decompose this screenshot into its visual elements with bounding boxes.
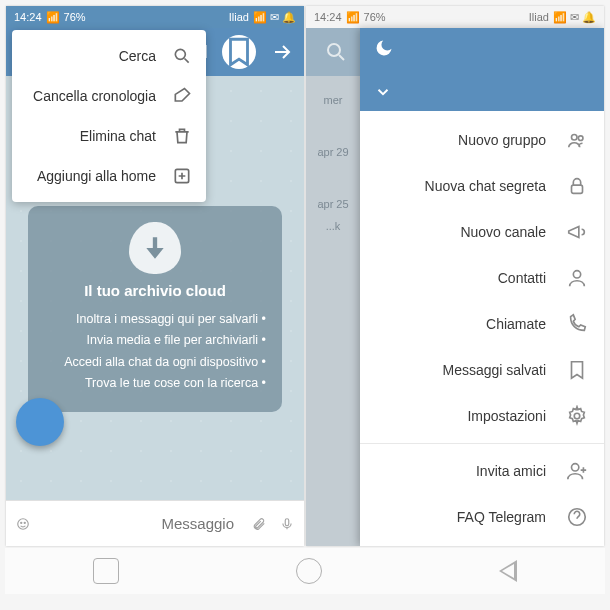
drawer-label: FAQ Telegram <box>457 509 546 525</box>
cloud-item: Inoltra i messaggi qui per salvarli <box>44 309 266 330</box>
menu-label: Cancella cronologia <box>33 88 156 104</box>
cloud-info-card: Il tuo archivio cloud Inoltra i messaggi… <box>28 206 282 412</box>
drawer-list: Nuovo gruppo Nuova chat segreta Nuovo ca… <box>360 111 604 546</box>
divider <box>360 443 604 444</box>
help-icon <box>566 506 588 528</box>
date-label: 25 apr <box>317 198 348 210</box>
drawer-saved-messages[interactable]: Messaggi salvati <box>360 347 604 393</box>
megaphone-icon <box>566 221 588 243</box>
phone-right: 14:24 📶 76% Iliad 📶 ✉ 🔔 mer 29 apr 25 ap… <box>306 6 604 546</box>
status-battery: 76% <box>364 11 386 23</box>
chat-list-dates: mer 29 apr 25 apr k... <box>306 28 360 546</box>
cloud-title: Il tuo archivio cloud <box>44 282 266 299</box>
drawer-contacts[interactable]: Contatti <box>360 255 604 301</box>
drawer-faq[interactable]: FAQ Telegram <box>360 494 604 540</box>
bookmark-icon <box>566 359 588 381</box>
svg-point-12 <box>572 464 579 471</box>
drawer-label: Invita amici <box>476 463 546 479</box>
drawer-secret-chat[interactable]: Nuova chat segreta <box>360 163 604 209</box>
svg-point-8 <box>578 136 583 141</box>
svg-rect-5 <box>285 518 289 525</box>
message-input[interactable] <box>44 515 238 532</box>
date-label: mer <box>324 94 343 106</box>
chat-snippet: k... <box>326 220 341 232</box>
drawer-label: Nuova chat segreta <box>425 178 546 194</box>
drawer-label: Nuovo gruppo <box>458 132 546 148</box>
nav-home[interactable] <box>296 558 322 584</box>
lock-icon <box>566 175 588 197</box>
person-add-icon <box>566 460 588 482</box>
person-icon <box>566 267 588 289</box>
svg-point-0 <box>175 49 185 59</box>
menu-delete-chat[interactable]: Elimina chat <box>12 116 206 156</box>
drawer-label: Nuovo canale <box>460 224 546 240</box>
status-time: 14:24 <box>14 11 42 23</box>
menu-search[interactable]: Cerca <box>12 36 206 76</box>
menu-add-home[interactable]: Aggiungi alla home <box>12 156 206 196</box>
gear-icon <box>566 405 588 427</box>
status-battery: 76% <box>64 11 86 23</box>
chevron-down-icon[interactable] <box>374 83 392 101</box>
emoji-icon[interactable] <box>16 513 30 535</box>
overflow-menu: Cerca Cancella cronologia Elimina chat A… <box>12 30 206 202</box>
attach-icon[interactable] <box>252 513 266 535</box>
drawer-settings[interactable]: Impostazioni <box>360 393 604 439</box>
svg-point-3 <box>21 522 22 523</box>
menu-label: Cerca <box>119 48 156 64</box>
drawer-label: Chiamate <box>486 316 546 332</box>
drawer-invite[interactable]: Invita amici <box>360 448 604 494</box>
cloud-item: Trova le tue cose con la ricerca <box>44 373 266 394</box>
group-icon <box>566 129 588 151</box>
drawer-label: Messaggi salvati <box>443 362 547 378</box>
svg-point-10 <box>573 271 580 278</box>
broom-icon <box>172 86 192 106</box>
compose-fab[interactable] <box>16 398 64 446</box>
add-home-icon <box>172 166 192 186</box>
svg-rect-9 <box>572 185 583 193</box>
svg-point-2 <box>18 518 29 529</box>
cloud-item: Invia media e file per archiviarli <box>44 330 266 351</box>
status-bar: 14:24 📶 76% Iliad 📶 ✉ 🔔 <box>6 6 304 28</box>
message-input-bar <box>6 500 304 546</box>
drawer-calls[interactable]: Chiamate <box>360 301 604 347</box>
date-label: 29 apr <box>317 146 348 158</box>
moon-icon[interactable] <box>374 38 394 58</box>
navigation-drawer: Nuovo gruppo Nuova chat segreta Nuovo ca… <box>360 28 604 546</box>
cloud-download-icon <box>129 222 181 274</box>
drawer-label: Contatti <box>498 270 546 286</box>
status-time: 14:24 <box>314 11 342 23</box>
status-carrier: Iliad <box>229 11 249 23</box>
drawer-new-channel[interactable]: Nuovo canale <box>360 209 604 255</box>
phone-left: 14:24 📶 76% Iliad 📶 ✉ 🔔 M <box>6 6 304 546</box>
phone-icon <box>566 313 588 335</box>
menu-clear-history[interactable]: Cancella cronologia <box>12 76 206 116</box>
status-carrier: Iliad <box>529 11 549 23</box>
nav-back[interactable] <box>499 560 517 582</box>
drawer-label: Impostazioni <box>467 408 546 424</box>
svg-point-7 <box>572 135 578 141</box>
mic-icon[interactable] <box>280 513 294 535</box>
menu-label: Elimina chat <box>80 128 156 144</box>
svg-point-11 <box>574 413 580 419</box>
nav-recents[interactable] <box>93 558 119 584</box>
drawer-new-group[interactable]: Nuovo gruppo <box>360 117 604 163</box>
svg-point-4 <box>24 522 25 523</box>
saved-messages-avatar[interactable] <box>222 35 256 69</box>
trash-icon <box>172 126 192 146</box>
android-nav-bar <box>5 548 605 594</box>
drawer-header <box>360 28 604 111</box>
status-bar: 14:24 📶 76% Iliad 📶 ✉ 🔔 <box>306 6 604 28</box>
search-icon <box>172 46 192 66</box>
back-icon[interactable] <box>270 40 294 64</box>
menu-label: Aggiungi alla home <box>37 168 156 184</box>
cloud-item: Accedi alla chat da ogni dispositivo <box>44 352 266 373</box>
